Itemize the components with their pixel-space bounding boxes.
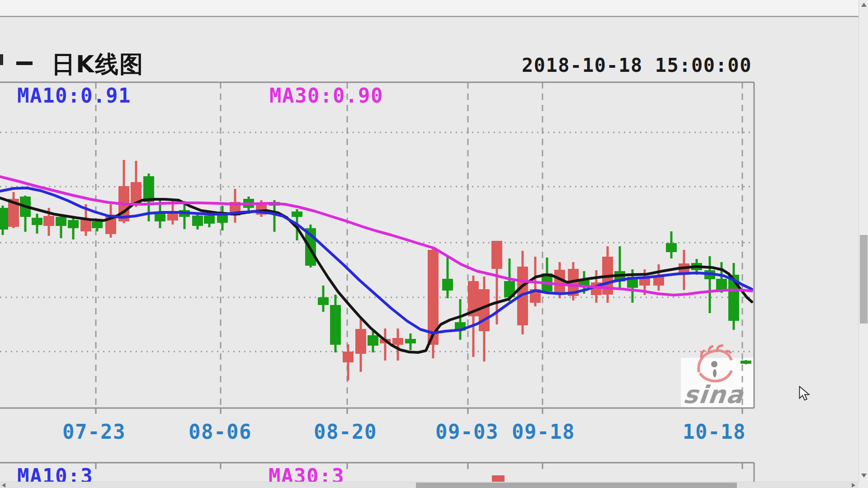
candle-body: [491, 241, 502, 269]
candle-body: [653, 277, 664, 286]
scrollbar-corner: [859, 482, 868, 488]
candle-body: [192, 216, 203, 226]
vertical-scrollbar[interactable]: [859, 0, 868, 482]
candle-body: [32, 218, 42, 225]
candle-body: [318, 297, 329, 305]
candle-body: [56, 217, 66, 226]
candle-body: [0, 208, 8, 230]
x-axis-label: 08-20: [314, 420, 377, 443]
candle-body: [442, 279, 453, 291]
scroll-up-icon[interactable]: [861, 3, 867, 7]
kline-ma10-legend: MA10:0.91: [17, 84, 131, 107]
candle-body: [666, 243, 677, 252]
sina-pupil-drop-icon: [713, 369, 717, 377]
volume-bar: [492, 475, 505, 482]
candle-body: [167, 214, 178, 221]
candle-body: [368, 335, 378, 346]
candle-body: [405, 339, 416, 343]
scroll-down-icon[interactable]: [861, 474, 867, 478]
candle-body: [155, 214, 165, 221]
sina-pupil-icon: [711, 361, 717, 367]
candle-body: [292, 211, 302, 217]
kline-ma30-legend: MA30:0.90: [269, 84, 383, 107]
ma10_blue-line: [0, 188, 752, 333]
mouse-cursor-icon: [797, 386, 811, 401]
x-axis-label: 09-03: [435, 420, 499, 443]
sina-watermark-text: sina: [682, 380, 746, 409]
candle-body: [716, 279, 727, 291]
candle-body: [43, 216, 54, 226]
x-axis-label: 08-06: [189, 420, 252, 443]
candle-body: [479, 289, 490, 331]
candle-body: [741, 361, 751, 364]
candle-body: [204, 216, 215, 224]
screen: 日K线图 2018-10-18 15:00:00 sina MA10:0.91 …: [0, 0, 868, 488]
vertical-scrollbar-thumb[interactable]: [860, 235, 868, 324]
candle-body: [92, 221, 103, 228]
candle-body: [330, 305, 341, 345]
candle-body: [68, 220, 79, 228]
scroll-right-icon[interactable]: [852, 483, 855, 488]
horizontal-scrollbar-thumb[interactable]: [416, 483, 737, 488]
x-axis-label: 07-23: [62, 420, 126, 443]
scroll-left-icon[interactable]: [2, 483, 5, 488]
kline-chart-canvas[interactable]: sina: [0, 0, 868, 488]
candle-body: [343, 352, 354, 362]
horizontal-scrollbar[interactable]: [0, 482, 859, 488]
x-axis-label: 10-18: [683, 420, 746, 443]
x-axis-label: 09-18: [512, 420, 575, 443]
candle-body: [392, 338, 403, 345]
candle-body: [355, 329, 366, 354]
